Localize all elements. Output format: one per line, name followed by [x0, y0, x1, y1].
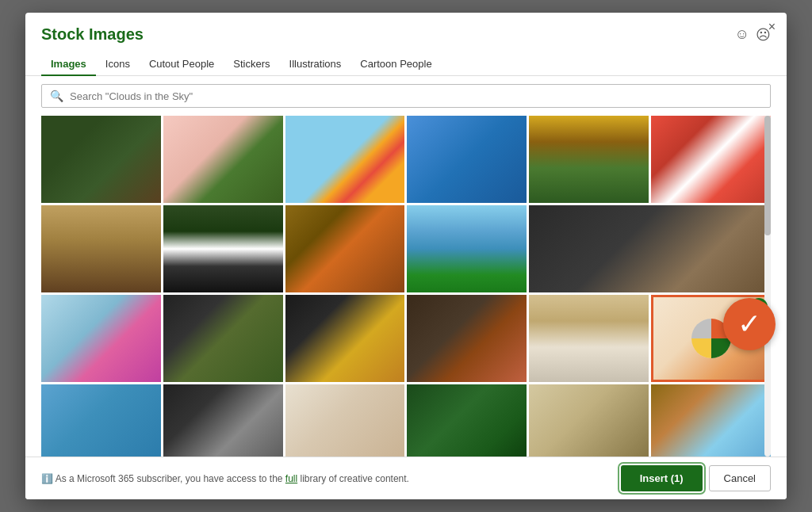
- image-vegetables[interactable]: [285, 295, 405, 382]
- image-tablet[interactable]: [285, 384, 405, 457]
- scrollbar-thumb[interactable]: [764, 116, 771, 235]
- image-photos[interactable]: [651, 384, 771, 457]
- footer: ℹ️ As a Microsoft 365 subscriber, you ha…: [25, 457, 787, 499]
- big-check-overlay: ✓: [723, 298, 776, 350]
- image-sphere[interactable]: [41, 295, 161, 382]
- scrollbar-track[interactable]: [764, 116, 771, 457]
- tab-cartoon-people[interactable]: Cartoon People: [350, 53, 441, 76]
- tabs-bar: Images Icons Cutout People Stickers Illu…: [25, 47, 787, 76]
- cancel-button[interactable]: Cancel: [709, 465, 771, 491]
- image-laptop[interactable]: [285, 205, 405, 292]
- image-cactus[interactable]: [163, 116, 283, 203]
- close-button[interactable]: ×: [768, 21, 776, 33]
- insert-button[interactable]: Insert (1): [621, 465, 703, 491]
- happy-icon[interactable]: ☺: [735, 26, 749, 43]
- image-jar[interactable]: [163, 295, 283, 382]
- tab-icons[interactable]: Icons: [96, 53, 140, 76]
- image-grid-container: ✓ ✓: [25, 116, 787, 457]
- image-grid: ✓: [41, 116, 771, 457]
- image-leaves[interactable]: [407, 384, 527, 457]
- footer-buttons: Insert (1) Cancel: [621, 465, 771, 491]
- tab-cutout-people[interactable]: Cutout People: [140, 53, 224, 76]
- image-desert[interactable]: [41, 205, 161, 292]
- image-syringe[interactable]: [407, 116, 527, 203]
- search-input[interactable]: [70, 90, 762, 102]
- big-check-icon: ✓: [737, 308, 761, 341]
- image-flowers[interactable]: [407, 295, 527, 382]
- tab-images[interactable]: Images: [41, 53, 96, 76]
- footer-notice: ℹ️ As a Microsoft 365 subscriber, you ha…: [41, 473, 409, 484]
- full-library-link[interactable]: full: [285, 473, 297, 484]
- image-bakery[interactable]: [529, 205, 771, 292]
- search-icon: 🔍: [50, 90, 63, 102]
- info-icon: ℹ️: [41, 473, 53, 484]
- image-scales[interactable]: [163, 384, 283, 457]
- image-pencils[interactable]: [285, 116, 405, 203]
- tab-illustrations[interactable]: Illustrations: [280, 53, 351, 76]
- stock-images-dialog: × Stock Images ☺ ☹ Images Icons Cutout P…: [25, 13, 787, 499]
- image-umbrellas[interactable]: [651, 116, 771, 203]
- dialog-title: Stock Images: [41, 25, 144, 44]
- image-woman-bag[interactable]: [163, 205, 283, 292]
- image-tiger[interactable]: [41, 116, 161, 203]
- tab-stickers[interactable]: Stickers: [224, 53, 279, 76]
- header-feedback-icons: ☺ ☹: [735, 26, 771, 44]
- image-doctor[interactable]: [529, 295, 649, 382]
- image-office[interactable]: [529, 384, 649, 457]
- image-golfball[interactable]: [407, 205, 527, 292]
- dialog-header: Stock Images ☺ ☹: [25, 13, 787, 44]
- search-bar: 🔍: [41, 84, 771, 108]
- image-stethoscope[interactable]: [41, 384, 161, 457]
- image-field[interactable]: [529, 116, 649, 203]
